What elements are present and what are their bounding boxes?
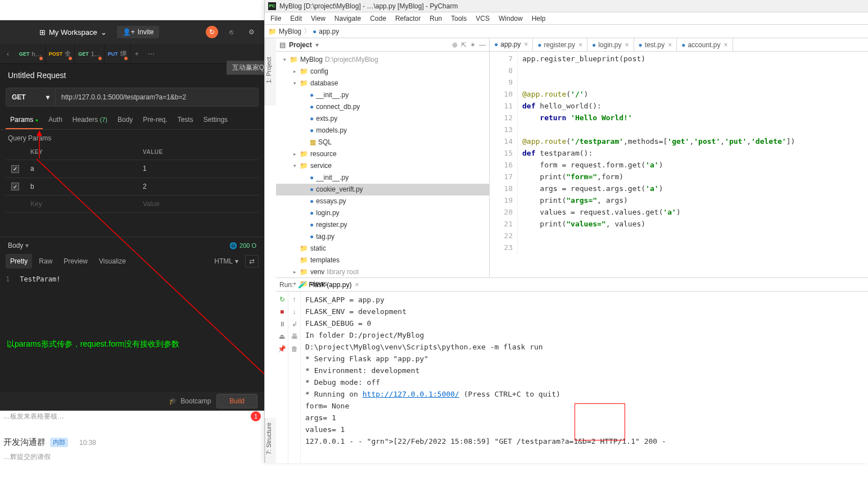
tab-prereq[interactable]: Pre-req. <box>138 112 171 129</box>
tab-headers[interactable]: Headers (7) <box>68 112 112 129</box>
pin-button[interactable]: 📌 <box>278 344 287 353</box>
tree-node[interactable]: ▾📁service <box>276 160 489 172</box>
request-tab[interactable]: PUT绑 <box>105 44 130 63</box>
build-button[interactable]: Build <box>216 394 257 408</box>
code-lines[interactable]: app.register_blueprint(post)@app.route('… <box>518 52 795 254</box>
down-button[interactable]: ↓ <box>290 307 299 316</box>
list-item[interactable]: 开发沟通群 内部 10:38 <box>0 435 264 450</box>
invite-button[interactable]: 👤+ Invite <box>117 26 160 38</box>
settings-icon[interactable]: ✶ <box>470 41 476 49</box>
hide-icon[interactable]: — <box>479 41 486 49</box>
close-icon[interactable]: × <box>524 40 528 48</box>
resp-tab-raw[interactable]: Raw <box>34 254 57 269</box>
project-header-label[interactable]: Project <box>289 41 312 49</box>
close-icon[interactable]: × <box>355 281 359 289</box>
stop-button[interactable]: ■ <box>278 307 287 316</box>
settings-icon[interactable]: ⚙ <box>244 25 259 39</box>
tree-node[interactable]: ●__init__.py <box>276 89 489 101</box>
editor-tab[interactable]: ●test.py× <box>634 38 677 51</box>
tool-window-structure-tab[interactable]: 7: Structure <box>265 418 276 463</box>
tree-node[interactable]: ▾📁MyBlog D:\project\MyBlog <box>276 54 489 66</box>
tree-node[interactable]: ●login.py <box>276 207 489 219</box>
menu-file[interactable]: File <box>266 13 286 24</box>
table-row-new[interactable]: Key Value <box>6 196 259 213</box>
menu-tools[interactable]: Tools <box>446 13 471 24</box>
tree-node[interactable]: ●models.py <box>276 125 489 137</box>
resp-tab-preview[interactable]: Preview <box>59 254 92 269</box>
pause-button[interactable]: ⏸ <box>278 320 287 329</box>
tree-node[interactable]: 📁templates <box>276 254 489 266</box>
capture-icon[interactable]: ⎋ <box>224 25 238 39</box>
tab-options-button[interactable]: ⋯ <box>143 50 159 58</box>
tab-body[interactable]: Body <box>113 112 137 129</box>
soft-wrap-button[interactable]: ↲ <box>290 320 299 329</box>
tree-node[interactable]: ●cookie_verift.py <box>276 184 489 196</box>
list-item[interactable]: …板发来表格要核… 1 <box>0 409 264 424</box>
key-placeholder[interactable]: Key <box>25 196 137 212</box>
run-config[interactable]: 🧪 Flask (app.py) × <box>298 281 359 289</box>
crumb-project[interactable]: MyBlog <box>279 28 301 35</box>
tab-back-button[interactable]: ‹ <box>0 50 16 58</box>
tree-node[interactable]: ●register.py <box>276 219 489 231</box>
tab-tests[interactable]: Tests <box>173 112 198 129</box>
close-icon[interactable]: × <box>724 41 727 49</box>
print-button[interactable]: 🖶 <box>290 332 299 341</box>
menu-code[interactable]: Code <box>365 13 391 24</box>
resp-tab-pretty[interactable]: Pretty <box>6 254 32 269</box>
menu-edit[interactable]: Edit <box>286 13 306 24</box>
tree-node[interactable]: ▾📁database <box>276 78 489 89</box>
request-tab[interactable]: POST全 <box>46 44 75 63</box>
bootcamp-button[interactable]: 🎓Bootcamp <box>169 397 211 405</box>
param-value[interactable]: 1 <box>137 160 259 178</box>
tree-node[interactable]: ▸📁config <box>276 66 489 78</box>
resp-tab-visualize[interactable]: Visualize <box>94 254 130 269</box>
editor-tab[interactable]: ●login.py× <box>587 38 634 51</box>
editor-tab[interactable]: ●app.py× <box>490 38 533 51</box>
row-checkbox[interactable]: ✓ <box>6 178 25 196</box>
body-dropdown[interactable]: Body <box>8 242 23 249</box>
menu-run[interactable]: Run <box>425 13 446 24</box>
menu-refactor[interactable]: Refactor <box>391 13 425 24</box>
url-input[interactable] <box>56 88 258 106</box>
resp-format-select[interactable]: HTML ▾ <box>214 257 238 265</box>
rerun-button[interactable]: ↻ <box>278 295 287 304</box>
tab-settings[interactable]: Settings <box>199 112 232 129</box>
menu-help[interactable]: Help <box>527 13 550 24</box>
tree-node[interactable]: ●__init__.py <box>276 172 489 184</box>
tree-node[interactable]: ●connect_db.py <box>276 101 489 113</box>
exit-button[interactable]: ⏏ <box>278 332 287 341</box>
tree-node[interactable]: ●essays.py <box>276 196 489 207</box>
editor-tab[interactable]: ●register.py× <box>533 38 587 51</box>
new-tab-button[interactable]: + <box>130 50 143 58</box>
tool-window-project-tab[interactable]: 1: Project <box>265 38 276 106</box>
menu-navigate[interactable]: Navigate <box>330 13 365 24</box>
request-tab[interactable]: GET1… <box>75 44 105 63</box>
value-placeholder[interactable]: Value <box>137 196 259 212</box>
param-value[interactable]: 2 <box>137 178 259 196</box>
close-icon[interactable]: × <box>625 41 629 49</box>
collapse-icon[interactable]: ⇱ <box>461 41 467 49</box>
param-key[interactable]: a <box>25 160 137 178</box>
menu-window[interactable]: Window <box>494 13 527 24</box>
editor-tab[interactable]: ●account.py× <box>677 38 733 51</box>
tree-node[interactable]: ●exts.py <box>276 113 489 125</box>
tab-params[interactable]: Params ● <box>6 112 43 129</box>
trash-button[interactable]: 🗑 <box>290 344 299 353</box>
tree-node[interactable]: ▸📁venv library root <box>276 266 489 278</box>
up-button[interactable]: ↑ <box>290 295 299 304</box>
menu-view[interactable]: View <box>306 13 330 24</box>
tree-node[interactable]: ●tag.py <box>276 231 489 243</box>
code-editor[interactable]: 7891011121314151617181920212223 app.regi… <box>490 52 868 254</box>
request-tab[interactable]: GETh… <box>16 44 46 63</box>
close-icon[interactable]: × <box>578 41 582 49</box>
workspace-selector[interactable]: ⊞ My Workspace ⌄ <box>39 28 107 37</box>
tree-node[interactable]: ▸📁resource <box>276 148 489 160</box>
wrap-button[interactable]: ⇄ <box>245 255 259 267</box>
sync-button[interactable]: ↻ <box>206 26 218 38</box>
crumb-file[interactable]: app.py <box>319 28 339 35</box>
param-key[interactable]: b <box>25 178 137 196</box>
row-checkbox[interactable]: ✓ <box>6 160 25 178</box>
tree-node[interactable]: 📁static <box>276 243 489 254</box>
menu-vcs[interactable]: VCS <box>471 13 494 24</box>
tab-auth[interactable]: Auth <box>44 112 67 129</box>
